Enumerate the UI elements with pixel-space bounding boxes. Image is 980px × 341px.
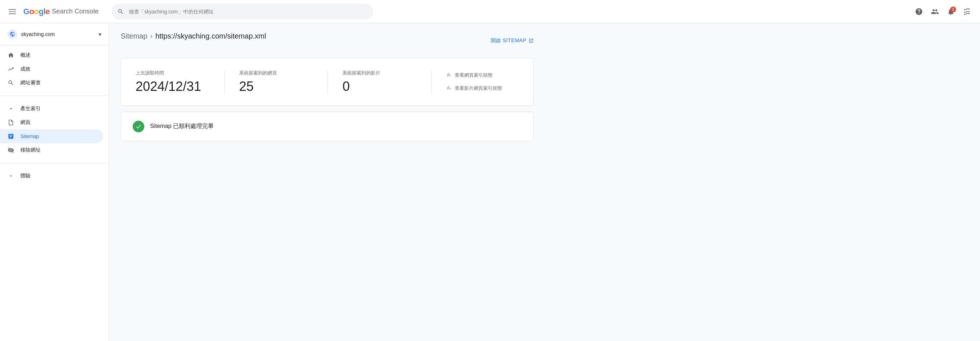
open-sitemap-button[interactable]: 開啟 SITEMAP [491, 37, 534, 44]
stat-actions: 查看網頁索引狀態 查看影片網頁索引狀態 [446, 72, 519, 92]
apps-button[interactable] [959, 4, 974, 19]
pages-label: 網頁 [21, 119, 30, 126]
stats-card: 上次讀取時間 2024/12/31 系統探索到的網頁 25 系統探索到的影片 0 [121, 58, 534, 106]
sidebar-item-removals[interactable]: 移除網址 [0, 143, 103, 157]
breadcrumb-row: Sitemap › https://skyaching.com/sitemap.… [121, 32, 534, 49]
view-pages-index-label: 查看網頁索引狀態 [455, 72, 493, 78]
open-sitemap-label: 開啟 SITEMAP [491, 37, 527, 44]
breadcrumb: Sitemap › https://skyaching.com/sitemap.… [121, 32, 266, 40]
videos-found-value: 0 [342, 79, 417, 94]
stat-videos-found: 系統探索到的影片 0 [342, 70, 417, 94]
main-content: Sitemap › https://skyaching.com/sitemap.… [109, 23, 980, 341]
pages-icon [7, 119, 14, 126]
experience-section-header[interactable]: 體驗 [0, 169, 109, 183]
sidebar: skyaching.com ▾ 概述 成效 [0, 23, 109, 341]
experience-section-label: 體驗 [21, 173, 30, 179]
removals-label: 移除網址 [21, 147, 41, 153]
site-name-label: skyaching.com [21, 31, 95, 37]
sidebar-item-pages[interactable]: 網頁 [0, 116, 103, 129]
breadcrumb-separator: › [150, 32, 152, 40]
status-card: Sitemap 已順利處理完畢 [121, 112, 534, 142]
index-section-label: 產生索引 [21, 105, 41, 112]
stat-divider-2 [328, 70, 328, 94]
stat-divider-3 [431, 70, 431, 94]
removals-icon [7, 147, 14, 153]
search-bar [111, 4, 373, 20]
svg-rect-1 [9, 11, 16, 12]
breadcrumb-parent[interactable]: Sitemap [121, 32, 147, 40]
app-name: Search Console [52, 8, 99, 15]
menu-icon[interactable] [6, 5, 19, 18]
videos-found-label: 系統探索到的影片 [342, 70, 417, 76]
experience-chevron-icon [7, 173, 14, 179]
last-read-label: 上次讀取時間 [135, 70, 210, 76]
sidebar-item-performance[interactable]: 成效 [0, 62, 103, 76]
stat-pages-found: 系統探索到的網頁 25 [239, 70, 313, 94]
pages-found-value: 25 [239, 79, 313, 94]
status-message: Sitemap 已順利處理完畢 [150, 123, 214, 130]
nav-divider-1 [0, 96, 109, 96]
bar-chart-pages-icon [446, 72, 452, 79]
body-layout: skyaching.com ▾ 概述 成效 [0, 23, 980, 341]
notifications-button[interactable]: 1 [943, 4, 958, 19]
index-chevron-icon [7, 106, 14, 112]
pages-found-label: 系統探索到的網頁 [239, 70, 313, 76]
status-success-icon [133, 121, 144, 132]
nav-section-experience: 體驗 [0, 166, 109, 186]
sitemap-label: Sitemap [21, 134, 39, 139]
topbar: Google Search Console 1 [0, 0, 980, 23]
index-section-header[interactable]: 產生索引 [0, 102, 109, 116]
notification-count: 1 [950, 6, 956, 12]
breadcrumb-current: https://skyaching.com/sitemap.xml [155, 32, 266, 40]
view-videos-index-label: 查看影片網頁索引狀態 [455, 85, 502, 92]
stat-last-read: 上次讀取時間 2024/12/31 [135, 70, 210, 94]
site-favicon [7, 29, 18, 39]
site-selector[interactable]: skyaching.com ▾ [0, 23, 109, 45]
open-external-icon [528, 38, 534, 43]
search-input[interactable] [111, 4, 373, 20]
sitemap-icon [7, 133, 14, 140]
sidebar-item-sitemap[interactable]: Sitemap [0, 129, 103, 143]
help-button[interactable] [912, 4, 926, 19]
svg-rect-2 [9, 13, 16, 14]
trending-up-icon [7, 66, 14, 72]
bar-chart-videos-icon [446, 85, 452, 92]
last-read-value: 2024/12/31 [135, 79, 210, 94]
svg-rect-0 [9, 9, 16, 10]
account-button[interactable] [928, 4, 942, 19]
search-nav-icon [7, 80, 14, 86]
sidebar-item-overview[interactable]: 概述 [0, 48, 103, 62]
app-logo: Google Search Console [23, 7, 99, 16]
nav-divider-2 [0, 163, 109, 163]
main-inner: Sitemap › https://skyaching.com/sitemap.… [109, 23, 545, 150]
search-bar-icon [118, 8, 124, 15]
view-pages-index-link[interactable]: 查看網頁索引狀態 [446, 72, 519, 79]
nav-section-index: 產生索引 網頁 Sitemap [0, 99, 109, 160]
home-icon [7, 52, 14, 59]
performance-label: 成效 [21, 66, 30, 72]
sidebar-item-url-inspection[interactable]: 網址審查 [0, 76, 103, 90]
nav-section-main: 概述 成效 網址審查 [0, 45, 109, 93]
topbar-actions: 1 [912, 4, 974, 19]
overview-label: 概述 [21, 52, 30, 59]
url-inspection-label: 網址審查 [21, 80, 41, 86]
site-dropdown-icon: ▾ [99, 31, 102, 38]
view-videos-index-link[interactable]: 查看影片網頁索引狀態 [446, 85, 519, 92]
